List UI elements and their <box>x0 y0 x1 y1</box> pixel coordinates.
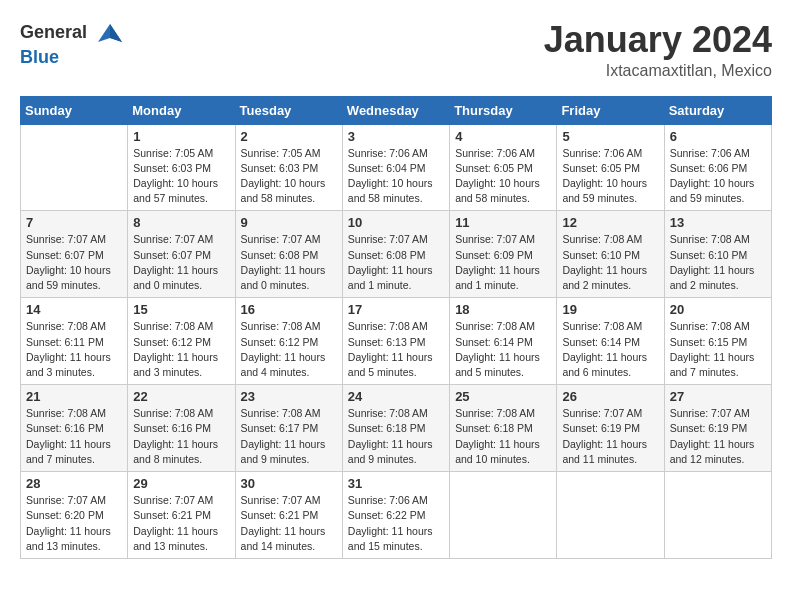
calendar-body: 1Sunrise: 7:05 AMSunset: 6:03 PMDaylight… <box>21 124 772 558</box>
calendar-title: January 2024 <box>544 20 772 60</box>
day-number: 6 <box>670 129 766 144</box>
calendar-day-cell: 4Sunrise: 7:06 AMSunset: 6:05 PMDaylight… <box>450 124 557 211</box>
calendar-day-cell: 17Sunrise: 7:08 AMSunset: 6:13 PMDayligh… <box>342 298 449 385</box>
day-info: Sunrise: 7:07 AMSunset: 6:07 PMDaylight:… <box>133 232 229 293</box>
calendar-day-cell <box>664 472 771 559</box>
day-number: 5 <box>562 129 658 144</box>
calendar-day-cell: 26Sunrise: 7:07 AMSunset: 6:19 PMDayligh… <box>557 385 664 472</box>
day-info: Sunrise: 7:06 AMSunset: 6:05 PMDaylight:… <box>455 146 551 207</box>
day-info: Sunrise: 7:07 AMSunset: 6:21 PMDaylight:… <box>241 493 337 554</box>
calendar-day-cell: 9Sunrise: 7:07 AMSunset: 6:08 PMDaylight… <box>235 211 342 298</box>
day-info: Sunrise: 7:08 AMSunset: 6:11 PMDaylight:… <box>26 319 122 380</box>
day-info: Sunrise: 7:05 AMSunset: 6:03 PMDaylight:… <box>133 146 229 207</box>
day-info: Sunrise: 7:08 AMSunset: 6:13 PMDaylight:… <box>348 319 444 380</box>
calendar-day-cell: 15Sunrise: 7:08 AMSunset: 6:12 PMDayligh… <box>128 298 235 385</box>
day-number: 29 <box>133 476 229 491</box>
weekday-tuesday: Tuesday <box>235 96 342 124</box>
day-number: 18 <box>455 302 551 317</box>
day-info: Sunrise: 7:08 AMSunset: 6:10 PMDaylight:… <box>670 232 766 293</box>
day-info: Sunrise: 7:08 AMSunset: 6:16 PMDaylight:… <box>26 406 122 467</box>
calendar-header: Sunday Monday Tuesday Wednesday Thursday… <box>21 96 772 124</box>
calendar-day-cell: 5Sunrise: 7:06 AMSunset: 6:05 PMDaylight… <box>557 124 664 211</box>
calendar-day-cell: 30Sunrise: 7:07 AMSunset: 6:21 PMDayligh… <box>235 472 342 559</box>
calendar-week-row: 28Sunrise: 7:07 AMSunset: 6:20 PMDayligh… <box>21 472 772 559</box>
day-number: 8 <box>133 215 229 230</box>
calendar-day-cell: 19Sunrise: 7:08 AMSunset: 6:14 PMDayligh… <box>557 298 664 385</box>
calendar-day-cell: 24Sunrise: 7:08 AMSunset: 6:18 PMDayligh… <box>342 385 449 472</box>
calendar-day-cell: 23Sunrise: 7:08 AMSunset: 6:17 PMDayligh… <box>235 385 342 472</box>
day-info: Sunrise: 7:07 AMSunset: 6:19 PMDaylight:… <box>562 406 658 467</box>
day-number: 19 <box>562 302 658 317</box>
day-number: 30 <box>241 476 337 491</box>
day-info: Sunrise: 7:06 AMSunset: 6:05 PMDaylight:… <box>562 146 658 207</box>
calendar-week-row: 14Sunrise: 7:08 AMSunset: 6:11 PMDayligh… <box>21 298 772 385</box>
calendar-day-cell: 31Sunrise: 7:06 AMSunset: 6:22 PMDayligh… <box>342 472 449 559</box>
day-number: 23 <box>241 389 337 404</box>
calendar-day-cell: 14Sunrise: 7:08 AMSunset: 6:11 PMDayligh… <box>21 298 128 385</box>
day-number: 25 <box>455 389 551 404</box>
calendar-day-cell: 7Sunrise: 7:07 AMSunset: 6:07 PMDaylight… <box>21 211 128 298</box>
day-number: 22 <box>133 389 229 404</box>
calendar-day-cell: 20Sunrise: 7:08 AMSunset: 6:15 PMDayligh… <box>664 298 771 385</box>
day-info: Sunrise: 7:08 AMSunset: 6:16 PMDaylight:… <box>133 406 229 467</box>
calendar-day-cell: 16Sunrise: 7:08 AMSunset: 6:12 PMDayligh… <box>235 298 342 385</box>
weekday-wednesday: Wednesday <box>342 96 449 124</box>
calendar-week-row: 1Sunrise: 7:05 AMSunset: 6:03 PMDaylight… <box>21 124 772 211</box>
day-number: 13 <box>670 215 766 230</box>
day-number: 9 <box>241 215 337 230</box>
calendar-day-cell: 25Sunrise: 7:08 AMSunset: 6:18 PMDayligh… <box>450 385 557 472</box>
calendar-day-cell: 10Sunrise: 7:07 AMSunset: 6:08 PMDayligh… <box>342 211 449 298</box>
day-info: Sunrise: 7:07 AMSunset: 6:21 PMDaylight:… <box>133 493 229 554</box>
calendar-day-cell: 21Sunrise: 7:08 AMSunset: 6:16 PMDayligh… <box>21 385 128 472</box>
day-number: 10 <box>348 215 444 230</box>
calendar-table: Sunday Monday Tuesday Wednesday Thursday… <box>20 96 772 559</box>
day-number: 31 <box>348 476 444 491</box>
logo-bird-icon <box>96 20 124 48</box>
day-info: Sunrise: 7:08 AMSunset: 6:10 PMDaylight:… <box>562 232 658 293</box>
title-block: January 2024 Ixtacamaxtitlan, Mexico <box>544 20 772 80</box>
day-info: Sunrise: 7:07 AMSunset: 6:19 PMDaylight:… <box>670 406 766 467</box>
day-info: Sunrise: 7:08 AMSunset: 6:12 PMDaylight:… <box>241 319 337 380</box>
day-number: 26 <box>562 389 658 404</box>
weekday-sunday: Sunday <box>21 96 128 124</box>
calendar-day-cell: 28Sunrise: 7:07 AMSunset: 6:20 PMDayligh… <box>21 472 128 559</box>
calendar-day-cell: 13Sunrise: 7:08 AMSunset: 6:10 PMDayligh… <box>664 211 771 298</box>
day-info: Sunrise: 7:06 AMSunset: 6:22 PMDaylight:… <box>348 493 444 554</box>
calendar-day-cell <box>450 472 557 559</box>
calendar-day-cell: 18Sunrise: 7:08 AMSunset: 6:14 PMDayligh… <box>450 298 557 385</box>
weekday-thursday: Thursday <box>450 96 557 124</box>
day-number: 2 <box>241 129 337 144</box>
day-info: Sunrise: 7:07 AMSunset: 6:08 PMDaylight:… <box>348 232 444 293</box>
day-info: Sunrise: 7:06 AMSunset: 6:04 PMDaylight:… <box>348 146 444 207</box>
day-number: 1 <box>133 129 229 144</box>
day-info: Sunrise: 7:08 AMSunset: 6:17 PMDaylight:… <box>241 406 337 467</box>
page-header: General Blue January 2024 Ixtacamaxtitla… <box>20 20 772 80</box>
calendar-location: Ixtacamaxtitlan, Mexico <box>544 62 772 80</box>
calendar-day-cell: 8Sunrise: 7:07 AMSunset: 6:07 PMDaylight… <box>128 211 235 298</box>
calendar-day-cell: 27Sunrise: 7:07 AMSunset: 6:19 PMDayligh… <box>664 385 771 472</box>
calendar-day-cell: 29Sunrise: 7:07 AMSunset: 6:21 PMDayligh… <box>128 472 235 559</box>
calendar-day-cell: 12Sunrise: 7:08 AMSunset: 6:10 PMDayligh… <box>557 211 664 298</box>
svg-marker-1 <box>110 24 122 42</box>
day-number: 16 <box>241 302 337 317</box>
calendar-day-cell <box>21 124 128 211</box>
day-info: Sunrise: 7:08 AMSunset: 6:14 PMDaylight:… <box>562 319 658 380</box>
calendar-week-row: 21Sunrise: 7:08 AMSunset: 6:16 PMDayligh… <box>21 385 772 472</box>
day-info: Sunrise: 7:08 AMSunset: 6:12 PMDaylight:… <box>133 319 229 380</box>
calendar-day-cell: 3Sunrise: 7:06 AMSunset: 6:04 PMDaylight… <box>342 124 449 211</box>
day-number: 27 <box>670 389 766 404</box>
calendar-day-cell <box>557 472 664 559</box>
day-number: 21 <box>26 389 122 404</box>
day-number: 12 <box>562 215 658 230</box>
day-number: 24 <box>348 389 444 404</box>
calendar-day-cell: 2Sunrise: 7:05 AMSunset: 6:03 PMDaylight… <box>235 124 342 211</box>
day-number: 11 <box>455 215 551 230</box>
day-number: 3 <box>348 129 444 144</box>
calendar-day-cell: 6Sunrise: 7:06 AMSunset: 6:06 PMDaylight… <box>664 124 771 211</box>
day-info: Sunrise: 7:06 AMSunset: 6:06 PMDaylight:… <box>670 146 766 207</box>
day-number: 15 <box>133 302 229 317</box>
calendar-day-cell: 22Sunrise: 7:08 AMSunset: 6:16 PMDayligh… <box>128 385 235 472</box>
day-number: 14 <box>26 302 122 317</box>
day-info: Sunrise: 7:08 AMSunset: 6:14 PMDaylight:… <box>455 319 551 380</box>
weekday-monday: Monday <box>128 96 235 124</box>
